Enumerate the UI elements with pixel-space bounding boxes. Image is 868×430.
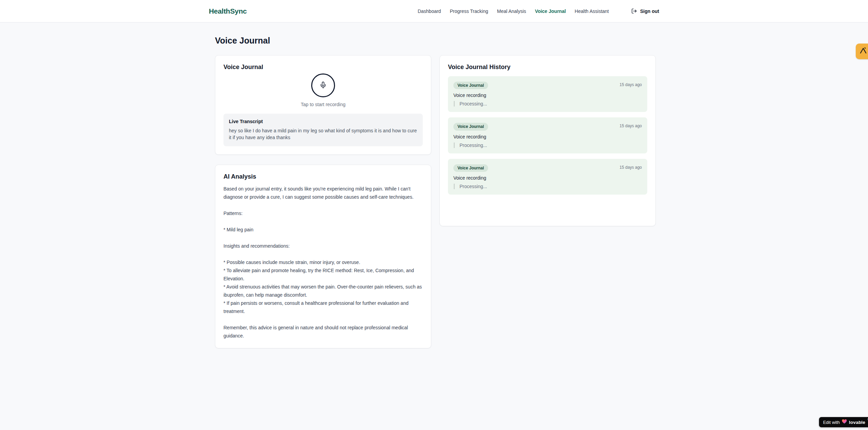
entry-title: Voice recording [453,134,642,139]
entry-title: Voice recording [453,175,642,181]
history-entry[interactable]: Voice Journal 15 days ago Voice recordin… [448,117,647,153]
history-card-title: Voice Journal History [448,64,647,71]
page-content: Voice Journal Voice Journal [214,36,654,348]
live-transcript-box: Live Transcript hey so like I do have a … [223,114,423,146]
signout-label: Sign out [640,9,659,14]
page-title: Voice Journal [215,36,654,46]
transcript-title: Live Transcript [229,119,417,124]
entry-status: Processing... [454,184,642,189]
ai-analysis-body: Based on your journal entry, it sounds l… [223,185,423,340]
nav-health-assistant[interactable]: Health Assistant [575,9,609,14]
entry-title: Voice recording [453,93,642,98]
entry-timestamp: 15 days ago [620,82,642,87]
entry-timestamp: 15 days ago [620,123,642,128]
top-nav: HealthSync Dashboard Progress Tracking M… [0,0,868,22]
nav-progress-tracking[interactable]: Progress Tracking [450,9,488,14]
recorder-card: Voice Journal Tap to start recording [215,55,431,155]
lovable-side-badge[interactable] [856,44,868,59]
ai-analysis-title: AI Analysis [223,173,423,180]
lovable-brand-icon [859,46,868,56]
entry-type-badge: Voice Journal [453,82,488,89]
entry-type-badge: Voice Journal [453,164,488,172]
main-nav: Dashboard Progress Tracking Meal Analysi… [418,8,659,14]
app-logo[interactable]: HealthSync [209,7,247,15]
edit-with-label: Edit with [823,420,840,425]
lovable-brand-label: lovable [849,420,865,425]
transcript-text: hey so like I do have a mild pain in my … [229,127,417,141]
ai-analysis-card: AI Analysis Based on your journal entry,… [215,165,431,348]
logout-icon [631,8,637,14]
nav-meal-analysis[interactable]: Meal Analysis [497,9,526,14]
recorder-card-title: Voice Journal [223,64,423,71]
entry-status: Processing... [454,101,642,106]
nav-dashboard[interactable]: Dashboard [418,9,441,14]
history-entry[interactable]: Voice Journal 15 days ago Voice recordin… [448,76,647,112]
tap-hint: Tap to start recording [301,102,346,107]
heart-icon [842,419,847,425]
signout-button[interactable]: Sign out [631,8,659,14]
entry-status: Processing... [454,143,642,148]
history-card: Voice Journal History Voice Journal 15 d… [439,55,656,226]
entry-type-badge: Voice Journal [453,123,488,130]
history-entry[interactable]: Voice Journal 15 days ago Voice recordin… [448,159,647,195]
nav-voice-journal[interactable]: Voice Journal [535,9,566,14]
microphone-icon [319,81,327,90]
lovable-edit-badge[interactable]: Edit with lovable × [819,417,868,427]
entry-timestamp: 15 days ago [620,165,642,170]
record-button[interactable] [311,73,335,97]
